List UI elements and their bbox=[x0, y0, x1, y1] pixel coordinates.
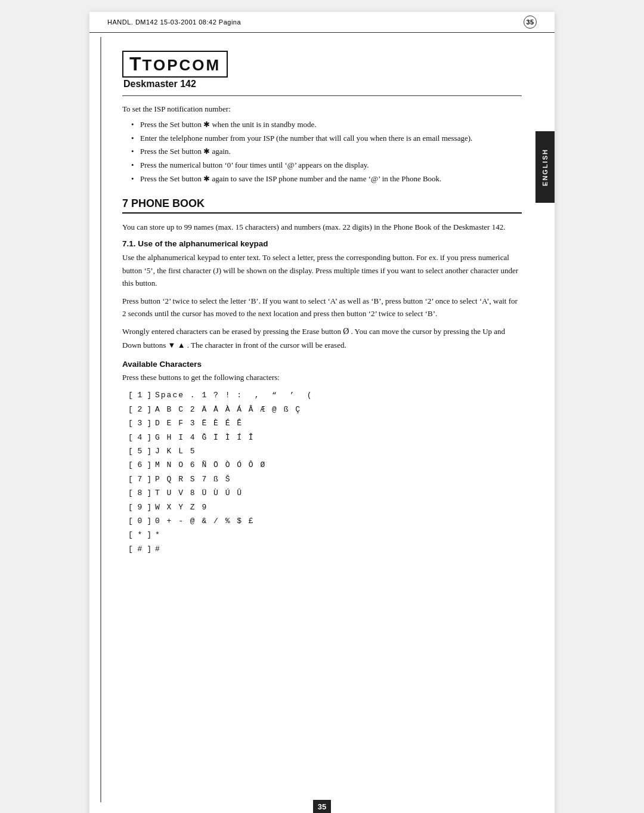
chars-9: W X Y Z 9 bbox=[155, 500, 208, 514]
key-4: [ 4 ] bbox=[128, 431, 151, 444]
key-8: [ 8 ] bbox=[128, 486, 151, 500]
page: HANDL. DM142 15-03-2001 08:42 Pagina 35 … bbox=[89, 12, 555, 813]
chars-7: P Q R S 7 ß Š bbox=[155, 472, 231, 486]
language-sidebar: ENGLISH bbox=[535, 131, 555, 203]
char-row-2: [ 2 ] A B C 2 Ä Å À Á Â Æ @ ß Ç bbox=[128, 403, 522, 416]
header-text: HANDL. DM142 15-03-2001 08:42 Pagina bbox=[107, 18, 520, 26]
key-5: [ 5 ] bbox=[128, 444, 151, 458]
page-header: HANDL. DM142 15-03-2001 08:42 Pagina 35 bbox=[89, 12, 555, 33]
page-number: 35 bbox=[313, 800, 331, 813]
chars-6: M N O 6 Ñ Ö Ò Ó Ô Ø bbox=[155, 458, 266, 472]
bullet-4: Press the numerical button ‘0’ four time… bbox=[134, 159, 522, 172]
char-row-star: [ * ] * bbox=[128, 528, 522, 542]
key-7: [ 7 ] bbox=[128, 472, 151, 486]
product-name: Deskmaster 142 bbox=[123, 79, 522, 89]
chars-1: Space . 1 ? ! : , “ ’ ( bbox=[155, 388, 313, 402]
left-margin-line bbox=[100, 37, 101, 802]
key-6: [ 6 ] bbox=[128, 458, 151, 472]
intro-bullets: Press the Set button ✱ when the unit is … bbox=[122, 119, 522, 186]
char-row-3: [ 3 ] D E F 3 Ë È É Ê bbox=[128, 416, 522, 430]
chars-4: G H I 4 Ğ Ï Ì Í Î bbox=[155, 431, 255, 444]
subsection71-para3: Wrongly entered characters can be erased… bbox=[122, 324, 522, 351]
key-3: [ 3 ] bbox=[128, 416, 151, 430]
chars-hash: # bbox=[155, 542, 161, 556]
section7-heading: 7 PHONE BOOK bbox=[122, 197, 522, 214]
chars-star: * bbox=[155, 528, 161, 542]
key-9: [ 9 ] bbox=[128, 500, 151, 514]
bullet-2: Enter the telelphone number from your IS… bbox=[134, 132, 522, 145]
brand-logo: TTOPCOM bbox=[122, 51, 228, 78]
header-page-circle: 35 bbox=[524, 16, 537, 29]
character-table: [ 1 ] Space . 1 ? ! : , “ ’ ( [ 2 ] A B … bbox=[128, 388, 522, 556]
char-row-8: [ 8 ] T U V 8 Ü Ù Ú Û bbox=[128, 486, 522, 500]
language-label: ENGLISH bbox=[541, 149, 549, 186]
char-row-1: [ 1 ] Space . 1 ? ! : , “ ’ ( bbox=[128, 388, 522, 402]
available-chars-intro: Press these buttons to get the following… bbox=[122, 371, 522, 384]
section7-intro: You can store up to 99 names (max. 15 ch… bbox=[122, 221, 522, 233]
char-row-7: [ 7 ] P Q R S 7 ß Š bbox=[128, 472, 522, 486]
available-chars-heading: Available Characters bbox=[122, 360, 522, 369]
char-row-6: [ 6 ] M N O 6 Ñ Ö Ò Ó Ô Ø bbox=[128, 458, 522, 472]
char-row-0: [ 0 ] 0 + - @ & / % $ £ bbox=[128, 514, 522, 528]
logo-area: TTOPCOM Deskmaster 142 bbox=[122, 51, 522, 89]
subsection71-para2: Press button ‘2’ twice to select the let… bbox=[122, 295, 522, 320]
chars-0: 0 + - @ & / % $ £ bbox=[155, 514, 255, 528]
intro-line: To set the ISP notification number: bbox=[122, 103, 522, 116]
key-2: [ 2 ] bbox=[128, 403, 151, 416]
chars-5: J K L 5 bbox=[155, 444, 196, 458]
footer: 35 bbox=[89, 800, 555, 813]
char-row-9: [ 9 ] W X Y Z 9 bbox=[128, 500, 522, 514]
chars-3: D E F 3 Ë È É Ê bbox=[155, 416, 243, 430]
chars-2: A B C 2 Ä Å À Á Â Æ @ ß Ç bbox=[155, 403, 301, 416]
subsection71-para1: Use the alphanumerical keypad to enter t… bbox=[122, 251, 522, 289]
char-row-4: [ 4 ] G H I 4 Ğ Ï Ì Í Î bbox=[128, 431, 522, 444]
header-divider bbox=[122, 95, 522, 96]
chars-8: T U V 8 Ü Ù Ú Û bbox=[155, 486, 243, 500]
char-row-5: [ 5 ] J K L 5 bbox=[128, 444, 522, 458]
char-row-hash: [ # ] # bbox=[128, 542, 522, 556]
bullet-5: Press the Set button ✱ again to save the… bbox=[134, 173, 522, 186]
key-1: [ 1 ] bbox=[128, 388, 151, 402]
key-star: [ * ] bbox=[128, 528, 151, 542]
bullet-3: Press the Set button ✱ again. bbox=[134, 146, 522, 158]
key-0: [ 0 ] bbox=[128, 514, 151, 528]
key-hash: [ # ] bbox=[128, 542, 151, 556]
bullet-1: Press the Set button ✱ when the unit is … bbox=[134, 119, 522, 131]
main-content: TTOPCOM Deskmaster 142 To set the ISP no… bbox=[89, 33, 555, 580]
subsection71-heading: 7.1. Use of the alphanumerical keypad bbox=[122, 239, 522, 248]
